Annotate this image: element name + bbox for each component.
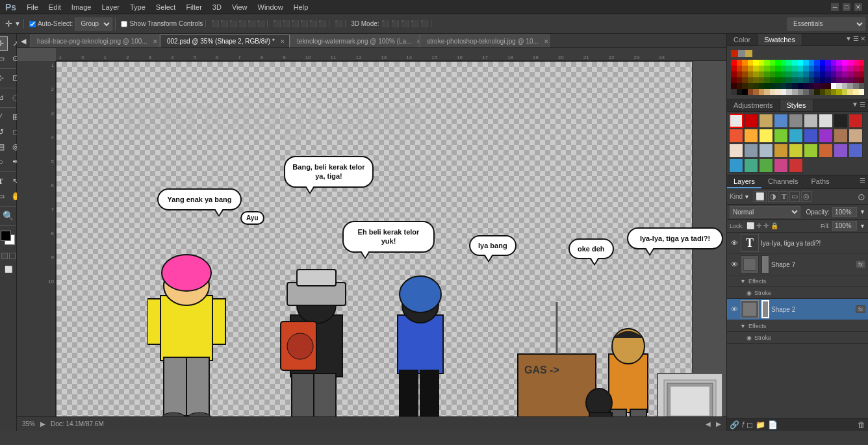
swatch-cell[interactable] [759, 89, 765, 95]
auto-select-dropdown[interactable]: Group Layer [75, 18, 112, 31]
tab-3-close[interactable]: ✕ [544, 38, 549, 45]
swatch-cell[interactable] [759, 71, 765, 77]
transform-checkbox[interactable] [121, 21, 127, 27]
style-item[interactable] [789, 159, 803, 173]
style-item[interactable] [849, 114, 863, 128]
filter-toggle[interactable]: ⊙ [858, 192, 865, 202]
swatch-cell[interactable] [859, 89, 865, 95]
style-item[interactable] [774, 159, 788, 173]
swatch-cell[interactable] [859, 71, 865, 77]
swatch-cell[interactable] [842, 89, 848, 95]
swatch-cell[interactable] [792, 60, 798, 66]
menu-edit[interactable]: Edit [49, 3, 61, 11]
swatch-cell[interactable] [803, 66, 809, 71]
kind-dropdown-arrow[interactable]: ▼ [744, 194, 750, 200]
3d-icon1[interactable]: ⬛ [381, 20, 389, 27]
swatch-cell[interactable] [809, 66, 815, 71]
styles-tab[interactable]: Styles [780, 99, 813, 111]
swatch-gray[interactable] [738, 50, 745, 57]
fill-arrow[interactable]: ▼ [860, 223, 865, 229]
delete-layer-icon[interactable]: 🗑 [858, 420, 865, 429]
swatch-cell[interactable] [853, 66, 859, 71]
filter-shape-icon[interactable]: ▭ [789, 191, 800, 202]
style-item[interactable] [759, 159, 773, 173]
swatch-cell[interactable] [792, 83, 798, 89]
swatch-cell[interactable] [775, 83, 781, 89]
shape-tool[interactable]: ▭ [0, 189, 8, 203]
swatch-cell[interactable] [792, 77, 798, 83]
3d-icon2[interactable]: ⬛ [391, 20, 399, 27]
align-right-icon[interactable]: ⬛ [229, 20, 237, 27]
swatch-cell[interactable] [814, 60, 820, 66]
swatch-cell[interactable] [781, 60, 787, 66]
opacity-arrow[interactable]: ▼ [860, 209, 865, 215]
swatch-cell[interactable] [809, 77, 815, 83]
screen-mode-icon[interactable]: ⬜ [1, 262, 16, 276]
menu-filter[interactable]: Filter [186, 3, 201, 11]
style-item[interactable] [789, 114, 803, 128]
swatch-cell[interactable] [847, 89, 853, 95]
swatch-cell[interactable] [809, 83, 815, 89]
swatch-cell[interactable] [859, 66, 865, 71]
swatch-cell[interactable] [748, 66, 754, 71]
layer-item-shape2[interactable]: 👁 Shape 2 fx [727, 299, 868, 320]
swatch-cell[interactable] [836, 89, 842, 95]
layer-visibility-shape7[interactable]: 👁 [730, 260, 739, 269]
swatch-cell[interactable] [742, 66, 748, 71]
swatch-cell[interactable] [803, 60, 809, 66]
swatch-cell[interactable] [759, 60, 765, 66]
lock-move-icon[interactable]: ✛ [756, 222, 761, 229]
swatch-cell[interactable] [737, 77, 743, 83]
style-item[interactable] [744, 159, 758, 173]
swatch-cell[interactable] [842, 71, 848, 77]
tabs-scroll-left[interactable]: ◀ [17, 34, 30, 47]
swatch-cell[interactable] [825, 89, 831, 95]
swatch-cell[interactable] [798, 77, 804, 83]
swatch-cell[interactable] [753, 83, 759, 89]
swatch-cell[interactable] [781, 89, 787, 95]
tab-3[interactable]: stroke-photoshop-teknologi.jpg @ 10... ✕ [420, 34, 550, 47]
filter-pixel-icon[interactable]: ⬜ [754, 191, 767, 202]
layer-item-shape7[interactable]: 👁 Shape 7 fx [727, 254, 868, 275]
new-layer-icon[interactable]: 📄 [768, 420, 778, 429]
swatch-cell[interactable] [825, 60, 831, 66]
zoom-icon[interactable]: ▶ [40, 420, 45, 427]
menu-file[interactable]: File [27, 3, 38, 11]
layers-tab[interactable]: Layers [727, 175, 761, 188]
add-style-icon[interactable]: f [742, 420, 744, 429]
3d-icon3[interactable]: ⬛ [401, 20, 409, 27]
swatch-cell[interactable] [759, 66, 765, 71]
style-item[interactable] [774, 144, 788, 158]
swatch-cell[interactable] [786, 83, 792, 89]
dist-mid-icon[interactable]: ⬛ [309, 20, 317, 27]
type-tool[interactable]: T [0, 174, 8, 188]
swatch-cell[interactable] [842, 77, 848, 83]
swatch-cell[interactable] [770, 77, 776, 83]
swatch-cell[interactable] [737, 83, 743, 89]
wand-tool[interactable]: ⊹ [0, 71, 8, 85]
style-item[interactable] [804, 144, 818, 158]
swatch-cell[interactable] [737, 89, 743, 95]
swatch-cell[interactable] [803, 83, 809, 89]
swatch-cell[interactable] [731, 77, 737, 83]
swatch-cell[interactable] [803, 89, 809, 95]
swatch-cell[interactable] [814, 66, 820, 71]
swatch-cell[interactable] [847, 71, 853, 77]
swatch-cell[interactable] [825, 77, 831, 83]
dist-bottom-icon[interactable]: ⬛ [318, 20, 326, 27]
swatch-cell[interactable] [798, 71, 804, 77]
style-item[interactable] [729, 129, 743, 143]
swatch-cell[interactable] [748, 89, 754, 95]
swatch-cell[interactable] [847, 77, 853, 83]
tab-1-close[interactable]: ✕ [280, 38, 285, 45]
scroll-left-icon[interactable]: ◀ [706, 420, 711, 427]
style-item[interactable] [759, 129, 773, 143]
style-item[interactable] [834, 129, 848, 143]
swatch-cell[interactable] [737, 71, 743, 77]
swatch-cell[interactable] [803, 71, 809, 77]
swatch-cell[interactable] [820, 77, 826, 83]
link-layers-icon[interactable]: 🔗 [730, 420, 739, 429]
opacity-input[interactable] [832, 207, 857, 217]
swatch-cell[interactable] [836, 71, 842, 77]
lock-position-icon[interactable]: ✛ [763, 222, 769, 229]
